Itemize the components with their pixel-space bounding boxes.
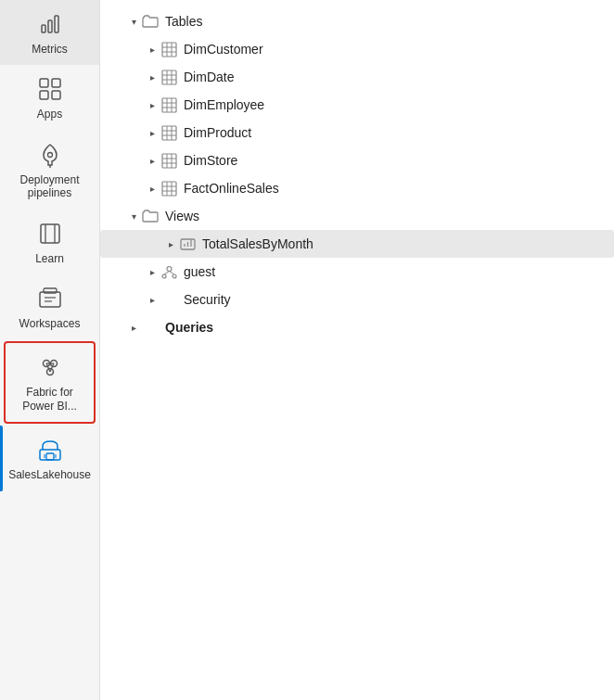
- svg-rect-22: [40, 450, 60, 460]
- tree-item-guest[interactable]: ▸ guest: [100, 258, 614, 286]
- tree-item-totalsalesbymonth[interactable]: ▸ TotalSalesByMonth: [100, 230, 614, 258]
- tree-item-dimdate[interactable]: ▸ DimDate: [100, 63, 614, 91]
- guest-label: guest: [184, 264, 215, 279]
- svg-rect-48: [162, 154, 176, 168]
- sidebar-item-fabric[interactable]: Fabric for Power BI...: [4, 341, 96, 424]
- schema-icon: [160, 262, 178, 281]
- learn-icon: [35, 219, 65, 248]
- chevron-right-icon: ▸: [145, 267, 160, 277]
- svg-rect-43: [162, 126, 176, 140]
- folder-icon: [141, 12, 160, 31]
- views-label: Views: [165, 209, 199, 223]
- deployment-label: Deployment pipelines: [4, 173, 96, 200]
- dimstore-label: DimStore: [184, 153, 237, 168]
- table-icon: [160, 40, 178, 58]
- svg-rect-9: [41, 224, 59, 243]
- svg-rect-33: [162, 70, 176, 84]
- factonlinesales-label: FactOnlineSales: [184, 181, 279, 196]
- tree-item-security[interactable]: ▸ Security: [100, 286, 614, 313]
- chevron-right-icon: ▸: [145, 100, 160, 110]
- fabric-icon: [35, 352, 65, 382]
- chevron-right-icon: ▸: [145, 45, 160, 55]
- svg-rect-38: [162, 98, 176, 112]
- apps-icon: [35, 74, 65, 104]
- sidebar-item-learn[interactable]: Learn: [0, 210, 99, 274]
- tree-item-dimemployee[interactable]: ▸ DimEmployee: [100, 91, 614, 119]
- security-icon: [160, 290, 178, 309]
- security-label: Security: [184, 292, 231, 307]
- dimcustomer-label: DimCustomer: [184, 42, 263, 57]
- view-icon: [178, 235, 197, 253]
- svg-rect-5: [40, 91, 48, 99]
- table-icon: [160, 179, 178, 197]
- chevron-right-icon: ▸: [145, 184, 160, 194]
- svg-rect-4: [52, 79, 60, 87]
- svg-line-62: [164, 271, 170, 274]
- chevron-down-icon: ▾: [126, 17, 141, 27]
- sidebar: Metrics Apps Deployment pipelines: [0, 0, 100, 700]
- chevron-right-icon: ▸: [126, 323, 141, 333]
- folder-icon: [141, 207, 160, 225]
- svg-rect-12: [40, 292, 60, 307]
- tree-item-dimcustomer[interactable]: ▸ DimCustomer: [100, 35, 614, 63]
- table-icon: [160, 123, 178, 142]
- chevron-right-icon: ▸: [145, 72, 160, 83]
- svg-line-63: [169, 271, 174, 274]
- tree-item-dimproduct[interactable]: ▸ DimProduct: [100, 119, 614, 146]
- tables-label: Tables: [165, 14, 202, 29]
- tree-item-tables[interactable]: ▾ Tables: [100, 7, 614, 35]
- dimdate-label: DimDate: [184, 70, 234, 84]
- sidebar-item-deployment[interactable]: Deployment pipelines: [0, 131, 99, 210]
- tree-item-dimstore[interactable]: ▸ DimStore: [100, 146, 614, 174]
- deployment-icon: [35, 140, 65, 170]
- metrics-icon: [35, 9, 65, 39]
- chevron-right-icon: ▸: [145, 128, 160, 138]
- svg-point-59: [167, 266, 172, 271]
- workspaces-label: Workspaces: [19, 317, 81, 330]
- saleslakehouse-label: SalesLakehouse: [8, 468, 91, 481]
- chevron-down-icon: ▾: [126, 211, 141, 222]
- svg-rect-28: [162, 43, 176, 57]
- tree-item-factonlinesales[interactable]: ▸ FactOnlineSales: [100, 174, 614, 202]
- main-content: ▾ Tables ▸ DimCustomer: [100, 0, 614, 700]
- chevron-right-icon: ▸: [145, 156, 160, 166]
- queries-label: Queries: [165, 320, 213, 335]
- tree-item-queries[interactable]: ▸ Queries: [100, 313, 614, 341]
- svg-point-61: [173, 274, 176, 278]
- apps-label: Apps: [37, 108, 62, 121]
- dimemployee-label: DimEmployee: [184, 97, 264, 112]
- table-icon: [160, 151, 178, 170]
- learn-label: Learn: [35, 252, 64, 265]
- svg-rect-6: [52, 91, 60, 99]
- tree-item-views[interactable]: ▾ Views: [100, 202, 614, 230]
- svg-rect-3: [40, 79, 48, 87]
- svg-rect-1: [48, 20, 52, 32]
- fabric-label: Fabric for Power BI...: [9, 386, 90, 413]
- workspaces-icon: [35, 284, 65, 313]
- sidebar-item-saleslakehouse[interactable]: SalesLakehouse: [0, 426, 99, 490]
- sidebar-item-workspaces[interactable]: Workspaces: [0, 274, 99, 339]
- queries-icon: [141, 318, 160, 337]
- chevron-right-icon: ▸: [163, 239, 178, 249]
- tree: ▾ Tables ▸ DimCustomer: [100, 0, 614, 349]
- svg-rect-2: [55, 16, 58, 32]
- lakehouse-icon: [35, 435, 65, 465]
- table-icon: [160, 68, 178, 86]
- svg-rect-53: [162, 182, 176, 196]
- metrics-label: Metrics: [32, 43, 68, 56]
- table-icon: [160, 95, 178, 114]
- totalsalesbymonth-label: TotalSalesByMonth: [202, 236, 313, 251]
- svg-point-60: [162, 274, 166, 278]
- svg-rect-23: [46, 453, 54, 460]
- svg-point-7: [47, 152, 52, 157]
- sidebar-item-metrics[interactable]: Metrics: [0, 0, 99, 65]
- dimproduct-label: DimProduct: [184, 125, 251, 140]
- chevron-right-icon: ▸: [145, 295, 160, 305]
- sidebar-item-apps[interactable]: Apps: [0, 65, 99, 130]
- svg-rect-0: [42, 25, 45, 32]
